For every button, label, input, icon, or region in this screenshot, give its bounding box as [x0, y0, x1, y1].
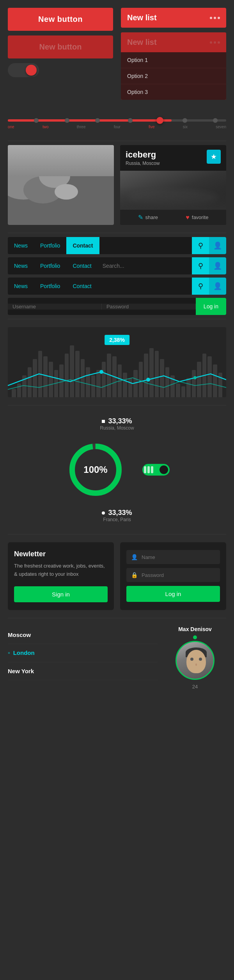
login-card-button[interactable]: Log in [126, 586, 220, 602]
list-title-dark: New list [127, 38, 157, 47]
eye-right [199, 658, 202, 661]
london-label[interactable]: London [13, 649, 35, 656]
user-field-icon: 👤 [131, 554, 138, 560]
slider-track[interactable] [8, 119, 226, 122]
profile-card: Max Denisov 24 [164, 626, 226, 690]
nav-news-3[interactable]: News [8, 278, 34, 295]
favorite-btn[interactable]: ♥ favorite [186, 214, 208, 221]
login-button[interactable]: Log in [196, 298, 226, 315]
nav-portfolio-3[interactable]: Portfolio [34, 278, 66, 295]
user-icon-3: 👤 [213, 282, 222, 290]
wave-line-2 [8, 378, 226, 389]
bottom-location: France, Paris [102, 517, 132, 522]
dot-dark2 [214, 41, 216, 44]
password-input[interactable] [102, 304, 196, 310]
slider-knob-6[interactable] [213, 118, 218, 123]
nav-contact-1[interactable]: Contact [66, 237, 99, 254]
dot-dark3 [218, 41, 220, 44]
top-stat: 33,33% Russia, Moscow [100, 413, 134, 431]
favorite-label: favorite [192, 214, 209, 220]
nav-news-1[interactable]: News [8, 237, 34, 254]
slider-knob-3[interactable] [95, 118, 100, 123]
share-btn[interactable]: ✎ share [138, 214, 158, 221]
toggle-switch[interactable] [8, 63, 39, 77]
user-icon: 👤 [213, 241, 222, 250]
heart-icon: ♥ [186, 214, 190, 221]
nav-contact-3[interactable]: Contact [66, 278, 98, 295]
nav-news-2[interactable]: News [8, 257, 34, 274]
slider-knob-active[interactable] [156, 117, 163, 124]
nav-portfolio-2[interactable]: Portfolio [34, 257, 66, 274]
dot-dark1 [210, 41, 212, 44]
top-dot [102, 420, 105, 423]
navbar-2: News Portfolio Contact ⚲ 👤 [8, 257, 226, 274]
moscow-label: Moscow [8, 632, 31, 638]
username-input[interactable] [8, 304, 102, 310]
nav-portfolio-1[interactable]: Portfolio [34, 237, 66, 254]
search-icon-btn-1[interactable]: ⚲ [192, 237, 209, 254]
slider-knob-5[interactable] [183, 118, 187, 123]
search-field-container [98, 263, 192, 269]
info-card-text: iceberg Russia, Moscow [126, 150, 160, 166]
search-icon-btn-3[interactable]: ⚲ [192, 278, 209, 295]
chart-container: 2,38% [8, 327, 226, 397]
card-section: ‹ › iceberg Russia, Moscow ★ [0, 141, 234, 233]
user-icon-btn-1[interactable]: 👤 [209, 237, 226, 254]
dot3 [218, 17, 220, 19]
buttons-section: New button New button New list New list [0, 0, 234, 108]
list-options: Option 1 Option 2 Option 3 [121, 52, 226, 100]
tg-bar1 [144, 466, 146, 473]
new-button-active[interactable]: New button [8, 8, 113, 31]
tg-bar2 [147, 466, 150, 473]
donut-section: 33,33% Russia, Moscow 100% [0, 405, 234, 534]
info-card-title: iceberg [126, 150, 160, 160]
toggle-knob [26, 65, 37, 76]
list-widget-dark: New list Option 1 Option 2 Option 3 [121, 32, 226, 100]
slider-knob-4[interactable] [128, 118, 133, 123]
login-bar: Log in [8, 298, 226, 315]
user-icon-2: 👤 [213, 262, 222, 270]
info-card-actions: ✎ share ♥ favorite [120, 210, 226, 225]
carousel-next[interactable]: › [110, 225, 113, 225]
avatar-face [186, 650, 206, 673]
option1[interactable]: Option 1 [121, 52, 226, 68]
label-four: four [114, 125, 121, 129]
share-label: share [145, 214, 158, 220]
info-card-header: iceberg Russia, Moscow ★ [120, 145, 226, 171]
slider-section: one two three four five six seven [0, 108, 234, 141]
password-input-card[interactable] [142, 572, 215, 578]
location-london[interactable]: ▫ London [8, 644, 158, 662]
profile-status-dot [193, 635, 197, 639]
carousel-prev[interactable]: ‹ [9, 225, 11, 225]
toggle-green[interactable] [142, 464, 170, 476]
new-button-inactive[interactable]: New button [8, 35, 113, 58]
rock4 [55, 184, 78, 200]
search-input[interactable] [103, 263, 187, 269]
slider-knob-1[interactable] [34, 118, 39, 123]
label-three: three [77, 125, 86, 129]
slider-knob-2[interactable] [65, 118, 69, 123]
label-six: six [183, 125, 188, 129]
navbar-3: News Portfolio Contact ⚲ 👤 [8, 278, 226, 295]
info-card-subtitle: Russia, Moscow [126, 161, 160, 166]
nav-contact-2[interactable]: Contact [66, 257, 98, 274]
user-icon-btn-3[interactable]: 👤 [209, 278, 226, 295]
profile-avatar [176, 641, 214, 680]
option2[interactable]: Option 2 [121, 68, 226, 84]
chart-section: 2,38% [0, 319, 234, 405]
user-icon-btn-2[interactable]: 👤 [209, 257, 226, 274]
name-field: 👤 [126, 550, 220, 564]
slider-fill [8, 119, 172, 122]
star-badge[interactable]: ★ [207, 150, 221, 164]
search-icon-btn-2[interactable]: ⚲ [192, 257, 209, 274]
option3[interactable]: Option 3 [121, 84, 226, 100]
name-input[interactable] [142, 554, 215, 560]
signin-button[interactable]: Sign in [14, 586, 108, 602]
avatar-bg [177, 642, 213, 679]
newsletter-card: Newletter The freshest creative work, jo… [8, 542, 114, 610]
password-field: 🔒 [126, 568, 220, 582]
bottom-stat: 33,33% France, Paris [102, 509, 132, 526]
lock-field-icon: 🔒 [131, 572, 138, 578]
wave-chart [8, 358, 226, 397]
slider-labels: one two three four five six seven [8, 125, 226, 129]
